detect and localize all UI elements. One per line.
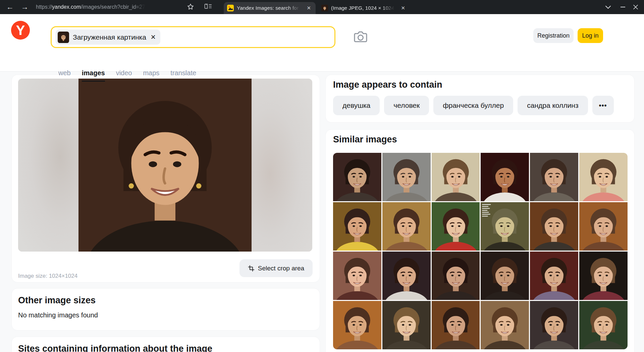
close-window-icon[interactable] [630, 0, 641, 14]
similar-image-thumbnail[interactable] [530, 301, 578, 349]
blurred-backdrop-left [18, 79, 78, 252]
tab-images[interactable]: images [82, 69, 105, 82]
page-header: Y Загруженная картинка ✕ Registration Lo… [0, 14, 644, 72]
sites-containing-title: Sites containing information about the i… [18, 344, 313, 352]
image-tab-favicon [321, 5, 328, 11]
tab-close-icon[interactable]: ✕ [305, 4, 312, 12]
url-path: /images/search?cbir_id=27 [81, 4, 145, 10]
tab-title: Yandex Images: search for [237, 5, 302, 11]
extensions-sidebar-icon[interactable] [204, 3, 212, 11]
crop-icon [248, 265, 255, 272]
forward-icon[interactable]: → [19, 0, 31, 14]
back-icon[interactable]: ← [4, 0, 16, 14]
camera-search-icon[interactable] [353, 29, 369, 45]
search-input[interactable]: Загруженная картинка ✕ [51, 26, 335, 48]
similar-image-thumbnail[interactable] [382, 252, 431, 300]
similar-image-thumbnail[interactable] [333, 301, 381, 349]
minimize-icon[interactable] [617, 0, 629, 14]
blurred-backdrop-right [252, 79, 312, 252]
tab-web[interactable]: web [58, 69, 71, 82]
uploaded-image-chip[interactable]: Загруженная картинка ✕ [56, 30, 160, 45]
similar-image-thumbnail[interactable] [432, 202, 480, 251]
similar-image-thumbnail[interactable] [333, 202, 381, 251]
similar-image-thumbnail[interactable] [432, 301, 480, 349]
similar-image-thumbnail[interactable] [382, 301, 431, 349]
select-crop-area-label: Select crop area [258, 265, 304, 272]
url-scheme: https:// [36, 4, 52, 10]
image-size-label: Image size: 1024×1024 [18, 267, 77, 285]
similar-image-thumbnail[interactable] [481, 301, 529, 349]
similar-image-thumbnail[interactable] [579, 301, 628, 349]
other-image-sizes-card: Other image sizes No matching images fou… [11, 288, 320, 331]
search-type-tabs: webimagesvideomapstranslate [58, 69, 196, 82]
yandex-images-page: ← → https://yandex.com/images/search?cbi… [0, 0, 644, 352]
image-contains-title: Image appears to contain [333, 80, 627, 90]
similar-image-thumbnail[interactable] [382, 153, 431, 201]
contains-tag[interactable]: человек [384, 96, 429, 115]
image-stage [18, 79, 312, 252]
browser-toolbar: ← → https://yandex.com/images/search?cbi… [0, 0, 644, 14]
url-host: yandex.com [52, 4, 81, 10]
select-crop-area-button[interactable]: Select crop area [239, 259, 313, 277]
similar-image-thumbnail[interactable] [432, 252, 480, 300]
yandex-logo[interactable]: Y [11, 21, 30, 40]
tab-close-icon[interactable]: ✕ [399, 4, 407, 12]
tab-translate[interactable]: translate [170, 69, 196, 82]
url-bar[interactable]: https://yandex.com/images/search?cbir_id… [36, 0, 145, 14]
contains-tag[interactable]: девушка [333, 96, 380, 115]
more-tags-icon[interactable]: ••• [592, 96, 614, 115]
similar-image-thumbnail[interactable] [481, 252, 529, 300]
similar-image-thumbnail[interactable] [530, 252, 578, 300]
similar-image-thumbnail[interactable] [432, 153, 480, 201]
similar-image-thumbnail[interactable] [333, 252, 381, 300]
bookmark-star-icon[interactable] [186, 3, 195, 11]
contains-tag[interactable]: франческа буллер [433, 96, 513, 115]
image-contains-card: Image appears to contain девушкачеловекф… [325, 75, 635, 123]
registration-button[interactable]: Registration [533, 28, 574, 43]
tab-title: (Image JPEG, 1024 × 1024 [331, 5, 396, 11]
similar-image-thumbnail[interactable] [579, 153, 628, 201]
contains-tag[interactable]: сандра коллинз [518, 96, 588, 115]
other-image-sizes-title: Other image sizes [18, 295, 313, 306]
tab-maps[interactable]: maps [143, 69, 159, 82]
remove-image-icon[interactable]: ✕ [151, 33, 156, 41]
login-button[interactable]: Log in [578, 28, 603, 43]
contains-tags: девушкачеловекфранческа буллерсандра кол… [333, 96, 627, 115]
sites-containing-card: Sites containing information about the i… [11, 337, 320, 352]
similar-images-title: Similar images [333, 134, 627, 145]
similar-images-grid [333, 153, 628, 349]
similar-image-thumbnail[interactable] [579, 252, 628, 300]
yandex-images-favicon [227, 5, 234, 11]
similar-images-card: Similar images [325, 129, 635, 352]
similar-image-thumbnail[interactable] [530, 202, 578, 251]
similar-image-thumbnail[interactable] [530, 153, 578, 201]
similar-image-thumbnail[interactable] [481, 153, 529, 201]
uploaded-image-label: Загруженная картинка [73, 33, 146, 41]
similar-image-thumbnail[interactable] [382, 202, 431, 251]
uploaded-image-thumbnail [58, 32, 69, 43]
tab-image-jpeg[interactable]: (Image JPEG, 1024 × 1024 ✕ [318, 2, 410, 14]
uploaded-image-preview[interactable] [78, 79, 252, 252]
uploaded-image-card: Image size: 1024×1024 Select crop area [11, 75, 320, 282]
tab-yandex-images[interactable]: Yandex Images: search for ✕ [224, 2, 316, 14]
similar-image-thumbnail[interactable] [481, 202, 529, 251]
similar-image-thumbnail[interactable] [579, 202, 628, 251]
tab-list-chevron-icon[interactable] [602, 0, 614, 14]
tab-video[interactable]: video [116, 69, 132, 82]
similar-image-thumbnail[interactable] [333, 153, 381, 201]
no-matching-images-text: No matching images found [18, 311, 313, 319]
